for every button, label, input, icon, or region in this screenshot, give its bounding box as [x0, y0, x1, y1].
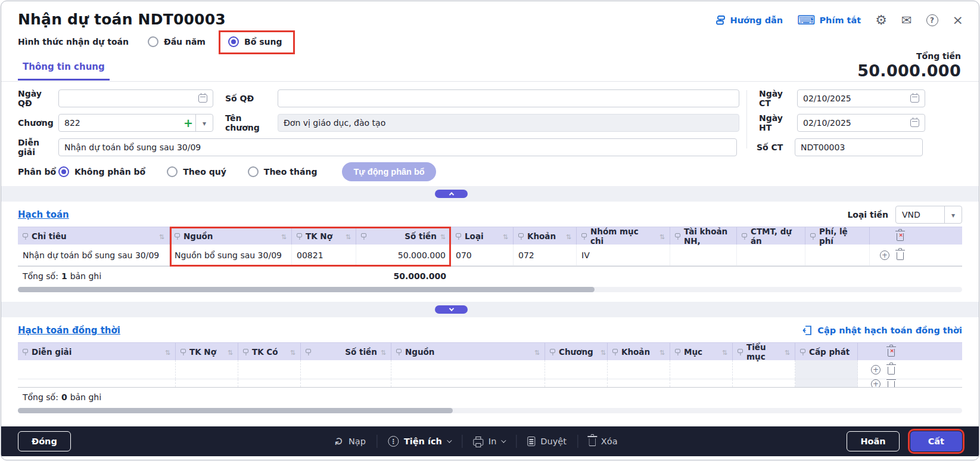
cell-tk-no[interactable]: 00821	[292, 245, 356, 265]
sort-icon[interactable]	[281, 231, 287, 241]
cell-nhom-muc-chi[interactable]: IV	[577, 245, 670, 265]
reload-button[interactable]: ↻Nạp	[334, 436, 366, 447]
delete-button[interactable]: Xóa	[589, 437, 618, 446]
shortcut-link[interactable]: ⌨ Phím tắt	[797, 14, 861, 27]
col-chuong[interactable]: Chương	[545, 343, 608, 360]
sort-icon[interactable]	[159, 231, 164, 241]
table-row[interactable]: Nhận dự toán bổ sung sau 30/09 Nguồn bổ …	[18, 245, 962, 266]
help-icon[interactable]: ?	[926, 14, 938, 26]
cell-tk-no[interactable]	[176, 360, 238, 379]
delete-row-icon[interactable]	[897, 252, 904, 260]
radio-theo-thang[interactable]: Theo tháng	[248, 166, 318, 177]
sort-icon[interactable]	[722, 347, 727, 357]
col-phi-le-phi[interactable]: Phí, lệ phí	[805, 227, 870, 245]
close-button[interactable]: Đóng	[18, 431, 71, 451]
col-tieu-muc[interactable]: Tiểu mục	[733, 343, 795, 360]
col-tai-khoan-nh[interactable]: Tài khoản NH,	[670, 227, 737, 245]
dien-giai-field[interactable]	[58, 138, 737, 156]
sort-icon[interactable]	[440, 231, 446, 241]
collapse-down-toggle[interactable]	[435, 305, 468, 314]
so-qd-input[interactable]	[284, 94, 733, 103]
pin-icon[interactable]	[306, 349, 311, 353]
delete-all-icon[interactable]: ×	[888, 349, 895, 357]
sort-icon[interactable]	[785, 347, 790, 357]
cell-phi-le-phi[interactable]	[805, 245, 870, 265]
chuong-field[interactable]: +	[58, 114, 213, 132]
tab-thong-tin-chung[interactable]: Thông tin chung	[18, 57, 110, 81]
pin-icon[interactable]	[675, 233, 680, 237]
currency-dropdown[interactable]	[944, 206, 962, 223]
sort-icon[interactable]	[534, 347, 540, 357]
hach-toan-dong-thoi-link[interactable]: Hạch toán đồng thời	[18, 325, 120, 336]
radio-khong-phan-bo[interactable]: Không phân bổ	[58, 166, 145, 177]
pin-icon[interactable]	[396, 349, 402, 353]
col-ctmt-du-an[interactable]: CTMT, dự án	[737, 227, 805, 245]
gear-icon[interactable]: ⚙	[875, 14, 887, 27]
pin-icon[interactable]	[181, 349, 186, 353]
sort-icon[interactable]	[346, 231, 351, 241]
col-tk-co[interactable]: TK Có	[238, 343, 301, 360]
calendar-icon[interactable]	[198, 94, 207, 103]
col-so-tien[interactable]: Số tiền	[301, 343, 391, 360]
auto-allocate-button[interactable]: Tự động phân bổ	[342, 162, 435, 181]
empty-row[interactable]	[18, 360, 962, 379]
sort-icon[interactable]	[165, 347, 170, 357]
col-nguon[interactable]: Nguồn	[391, 343, 545, 360]
cell-nguon[interactable]: Nguồn bổ sung sau 30/09	[170, 245, 292, 265]
pin-icon[interactable]	[23, 233, 28, 237]
pin-icon[interactable]	[581, 233, 587, 237]
ngay-ct-input[interactable]	[803, 94, 907, 103]
scrollbar-thumb[interactable]	[18, 287, 595, 292]
cell-tieu-muc[interactable]	[733, 360, 795, 379]
ngay-ht-field[interactable]	[797, 114, 925, 132]
cell-loai[interactable]: 070	[451, 245, 514, 265]
sort-icon[interactable]	[228, 347, 233, 357]
sort-icon[interactable]	[601, 347, 606, 357]
pin-icon[interactable]	[810, 233, 816, 237]
pin-icon[interactable]	[550, 349, 555, 353]
sort-icon[interactable]	[290, 347, 295, 357]
sort-icon[interactable]	[381, 347, 386, 357]
currency-select[interactable]: VND	[895, 206, 962, 224]
so-qd-field[interactable]	[278, 89, 739, 107]
radio-theo-quy[interactable]: Theo quý	[167, 166, 226, 177]
cell-tk-co[interactable]	[238, 360, 301, 379]
pin-icon[interactable]	[175, 233, 180, 237]
utilities-button[interactable]: ⋮Tiện ích	[388, 436, 451, 447]
col-tk-no[interactable]: TK Nợ	[176, 343, 238, 360]
radio-bo-sung[interactable]: Bổ sung	[228, 36, 282, 47]
delete-row-icon[interactable]	[888, 381, 895, 387]
print-button[interactable]: In	[473, 437, 505, 446]
ngay-ct-field[interactable]	[797, 89, 925, 107]
col-so-tien[interactable]: Số tiền	[356, 227, 451, 245]
col-chi-tieu[interactable]: Chỉ tiêu	[18, 227, 170, 245]
cell-tai-khoan-nh[interactable]	[670, 245, 737, 265]
close-icon[interactable]: ×	[953, 14, 963, 27]
cell-chi-tieu[interactable]: Nhận dự toán bổ sung sau 30/09	[18, 245, 170, 265]
col-cap-phat[interactable]: Cấp phát	[795, 343, 858, 360]
pin-icon[interactable]	[518, 233, 524, 237]
so-ct-field[interactable]	[795, 138, 923, 156]
col-nhom-muc-chi[interactable]: Nhóm mục chi	[577, 227, 670, 245]
cell-khoan[interactable]	[608, 360, 670, 379]
col-khoan[interactable]: Khoản	[608, 343, 670, 360]
dien-giai-input[interactable]	[64, 143, 731, 152]
sort-icon[interactable]	[659, 231, 665, 241]
pin-icon[interactable]	[456, 233, 461, 237]
delete-row-icon[interactable]	[888, 367, 895, 375]
calendar-icon[interactable]	[910, 94, 919, 103]
cell-khoan[interactable]: 072	[514, 245, 577, 265]
cell-chuong[interactable]	[545, 360, 608, 379]
chuong-input[interactable]	[64, 118, 181, 128]
pin-icon[interactable]	[297, 233, 302, 237]
pin-icon[interactable]	[361, 233, 366, 237]
save-button[interactable]: Cất	[910, 431, 962, 451]
calendar-icon[interactable]	[910, 119, 919, 127]
ngay-qd-input[interactable]	[64, 94, 195, 103]
cell-dien-giai[interactable]	[18, 360, 176, 379]
pin-icon[interactable]	[612, 349, 618, 353]
cell-muc[interactable]	[670, 360, 733, 379]
collapse-up-toggle[interactable]	[435, 190, 468, 198]
cell-ctmt-du-an[interactable]	[737, 245, 805, 265]
col-tk-no[interactable]: TK Nợ	[292, 227, 356, 245]
